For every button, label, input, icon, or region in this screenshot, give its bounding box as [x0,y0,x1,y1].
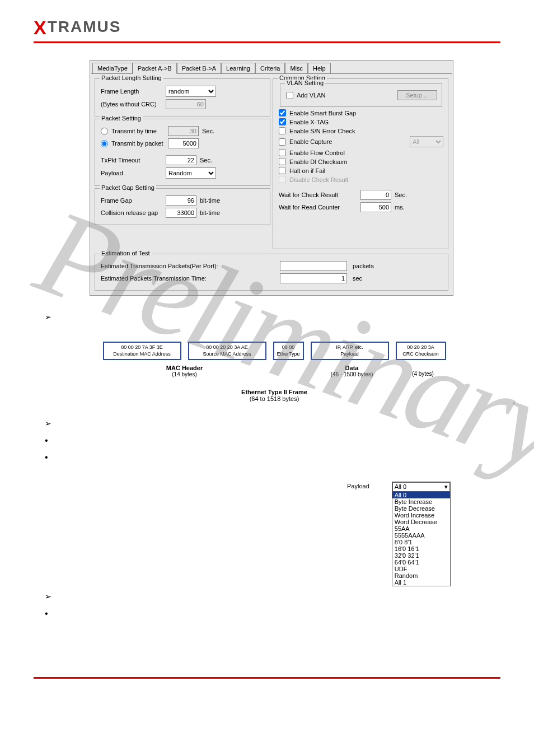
unit-frame-gap: bit-time [200,197,220,204]
select-frame-length[interactable]: random [166,86,216,97]
payload-option[interactable]: Byte Increase [392,498,450,505]
frame-label-total: Ethernet Type II Frame(64 to 1518 bytes) [78,389,470,402]
input-est-time [280,273,347,283]
select-payload[interactable]: Random [166,167,216,179]
tab-criteria[interactable]: Criteria [255,63,285,73]
payload-option[interactable]: 55AA [392,525,450,532]
tab-misc[interactable]: Misc [285,63,308,73]
frame-label-data: Data(46 - 1500 bytes) [313,365,391,377]
checkbox-disable-check [279,176,286,183]
payload-option[interactable]: Random [392,572,450,579]
label-di-checksum: Enable DI Checksum [289,158,347,165]
unit-est-time: sec [353,275,362,282]
tab-strip: MediaType Packet A->B Packet B->A Learni… [91,62,452,74]
unit-wait-read: ms. [395,204,405,211]
legend-packet-length: Packet Length Setting [100,74,163,81]
input-collision-gap[interactable] [166,208,196,218]
label-sn-error: Enable S/N Error Check [289,128,355,134]
select-capture-mode: All [410,136,443,147]
legend-estimation: Estimation of Test [100,250,152,256]
input-wait-check[interactable] [360,190,391,200]
checkbox-add-vlan[interactable] [286,92,293,99]
bullet-arrow-3 [45,592,500,604]
input-bytes-no-crc [166,99,206,109]
header-rule [34,41,500,43]
tab-packet-ab[interactable]: Packet A->B [133,63,177,74]
payload-option[interactable]: UDF [392,566,450,572]
payload-dropdown-screenshot: Payload All 0 ▾ All 0Byte IncreaseByte D… [347,482,487,586]
checkbox-di-checksum[interactable] [279,158,286,165]
legend-packet-gap: Packet Gap Setting [100,184,156,191]
frame-dest-mac: 80 00 20 7A 3F 3E Destination MAC Addres… [103,342,181,360]
payload-option[interactable]: All 0 [392,492,450,498]
unit-collision-gap: bit-time [200,209,220,216]
payload-option[interactable]: 64'0 64'1 [392,559,450,566]
payload-option[interactable]: 8'0 8'1 [392,539,450,545]
input-wait-read[interactable] [360,202,391,212]
unit-wait-check: Sec. [395,192,407,198]
input-transmit-time [168,126,199,136]
group-packet-setting: Packet Setting Transmit by time Sec. Tra… [95,119,270,186]
ethernet-frame-diagram: 80 00 20 7A 3F 3E Destination MAC Addres… [78,342,470,402]
label-frame-length: Frame Length [101,88,162,95]
label-flow-control: Enable Flow Control [289,150,345,156]
bullet-dot-2 [45,452,500,465]
label-wait-check: Wait for Check Result [279,192,357,198]
logo: XTRAMUS [34,11,500,41]
tab-mediatype[interactable]: MediaType [92,63,133,73]
checkbox-xtag[interactable] [279,118,286,125]
label-est-tx: Estimated Transmission Packets(Per Port)… [101,263,224,269]
frame-label-mac-header: MAC Header(14 bytes) [101,365,269,377]
unit-transmit-time: Sec. [202,128,214,134]
input-est-tx [280,261,347,271]
label-bytes-no-crc: (Bytes without CRC) [101,101,162,108]
group-estimation: Estimation of Test Estimated Transmissio… [95,254,448,291]
payload-option[interactable]: Word Increase [392,512,450,519]
payload-option[interactable]: 5555AAAA [392,532,450,539]
tab-packet-ba[interactable]: Packet B->A [177,63,221,73]
unit-txpkt-timeout: Sec. [200,157,212,164]
label-capture: Enable Capture [289,138,332,145]
bullet-arrow-1 [45,312,500,325]
bullet-dot-3 [45,609,500,621]
group-packet-length: Packet Length Setting Frame Length rando… [95,78,270,116]
label-payload: Payload [101,170,162,176]
label-collision-gap: Collision release gap [101,209,162,216]
button-vlan-setup[interactable]: Setup ... [397,90,437,100]
label-wait-read: Wait for Read Counter [279,204,357,211]
frame-label-crc-bytes: (4 bytes) [398,365,448,377]
label-est-time: Estimated Packets Transmission Time: [101,275,224,282]
input-txpkt-timeout[interactable] [166,155,196,165]
checkbox-smart-burst[interactable] [279,109,286,116]
payload-option[interactable]: Word Decrease [392,519,450,525]
input-frame-gap[interactable] [166,195,196,206]
label-xtag: Enable X-TAG [289,119,329,125]
radio-transmit-time[interactable] [101,128,108,135]
checkbox-capture[interactable] [279,138,286,146]
checkbox-flow-control[interactable] [279,149,286,156]
checkbox-sn-error[interactable] [279,127,286,134]
frame-src-mac: 80 00 20 20 3A AE Source MAC Address [188,342,266,360]
group-common-setting: Common Setting VLAN Setting Add VLAN Set… [273,78,448,249]
radio-transmit-packet[interactable] [101,140,108,147]
payload-option[interactable]: Byte Decrease [392,505,450,512]
group-vlan-setting: VLAN Setting Add VLAN Setup ... [280,83,442,107]
unit-est-tx: packets [353,263,374,269]
checkbox-halt-fail[interactable] [279,167,286,174]
payload-option[interactable]: 32'0 32'1 [392,552,450,559]
label-frame-gap: Frame Gap [101,197,162,204]
payload-option[interactable]: 16'0 16'1 [392,545,450,552]
input-transmit-packet[interactable] [168,138,199,148]
packet-config-dialog: MediaType Packet A->B Packet B->A Learni… [90,60,453,296]
tab-help[interactable]: Help [308,63,331,73]
group-packet-gap: Packet Gap Setting Frame Gap bit-time Co… [95,188,270,225]
label-disable-check: Disable Check Result [289,176,348,183]
payload-option[interactable]: All 1 [392,579,450,586]
tab-learning[interactable]: Learning [221,63,255,73]
label-add-vlan: Add VLAN [297,92,325,99]
legend-vlan: VLAN Setting [285,80,325,86]
chevron-down-icon[interactable]: ▾ [444,483,448,491]
label-txpkt-timeout: TxPkt Timeout [101,157,162,164]
legend-packet-setting: Packet Setting [100,115,143,122]
payload-listbox[interactable]: All 0 ▾ All 0Byte IncreaseByte DecreaseW… [392,482,451,586]
